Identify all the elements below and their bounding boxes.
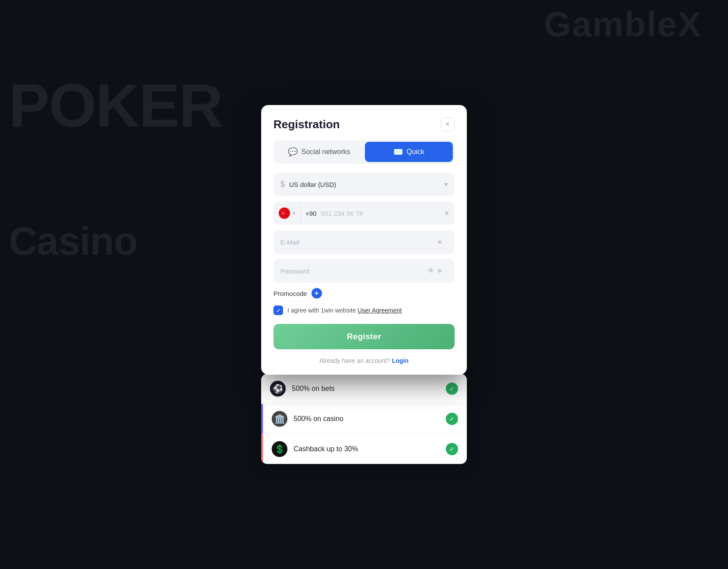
- currency-label: US dollar (USD): [289, 181, 336, 188]
- login-link[interactable]: Login: [392, 357, 409, 364]
- already-account-text: Already have an account?: [319, 357, 390, 364]
- add-promocode-button[interactable]: +: [312, 288, 322, 299]
- checkmark-icon: ✓: [276, 307, 281, 314]
- phone-placeholder: 501 234 56 78: [321, 210, 445, 217]
- casino-icon-bg: 🏛️: [272, 411, 287, 427]
- phone-required-dot: [445, 211, 448, 215]
- email-group: E-Mail: [273, 230, 455, 254]
- modal-header: Registration ×: [273, 117, 455, 131]
- check-icon-2: ✓: [449, 415, 455, 422]
- tab-social-networks[interactable]: 💬 Social networks: [275, 142, 363, 162]
- phone-field[interactable]: 🇹🇷 ▾ +90 501 234 56 78: [273, 201, 455, 225]
- bg-logo-text: GambleX: [544, 4, 702, 45]
- bonus-cashback-check: ✓: [446, 443, 458, 455]
- social-networks-icon: 💬: [288, 147, 298, 157]
- email-right: [438, 240, 448, 244]
- register-button[interactable]: Register: [273, 324, 455, 349]
- agreement-row: ✓ I agree with 1win website User Agreeme…: [273, 306, 455, 315]
- password-required-dot: [438, 269, 441, 273]
- phone-prefix: +90: [301, 210, 321, 217]
- registration-modal: Registration × 💬 Social networks ✉️ Quic…: [261, 105, 467, 375]
- cashback-icon-bg: 💲: [272, 441, 287, 457]
- password-group: Password 👁: [273, 259, 455, 283]
- password-right: 👁: [427, 267, 448, 275]
- dollar-icon: $: [280, 180, 285, 189]
- promocode-label: Promocode: [273, 290, 307, 297]
- modal-wrapper: Registration × 💬 Social networks ✉️ Quic…: [261, 105, 467, 464]
- chevron-down-icon: ▾: [444, 181, 448, 188]
- bg-casino-text: Casino: [9, 219, 137, 264]
- casino-icon: 🏛️: [274, 414, 285, 424]
- bg-numbers: 17: [9, 35, 96, 126]
- tab-quick[interactable]: ✉️ Quick: [365, 142, 453, 162]
- bonus-item-casino: 🏛️ 500% on casino ✓: [261, 404, 467, 434]
- bonus-item-cashback: 💲 Cashback up to 30% ✓: [261, 434, 467, 464]
- bonus-cashback-text: Cashback up to 30%: [294, 445, 440, 453]
- bonus-bets-text: 500% on bets: [292, 385, 440, 393]
- tab-container: 💬 Social networks ✉️ Quick: [273, 140, 455, 164]
- check-icon-3: ✓: [449, 446, 455, 453]
- bg-poker-text: POKER: [9, 70, 222, 141]
- bonus-casino-check: ✓: [446, 413, 458, 425]
- currency-select[interactable]: $ US dollar (USD) ▾: [273, 172, 455, 196]
- currency-select-left: $ US dollar (USD): [280, 180, 336, 189]
- password-placeholder: Password: [280, 267, 309, 275]
- soccer-icon-bg: ⚽: [270, 381, 286, 397]
- bonus-casino-text: 500% on casino: [294, 415, 440, 423]
- bonus-panel: ⚽ 500% on bets ✓ 🏛️ 500% on casino ✓ 💲 C…: [261, 374, 467, 464]
- password-field[interactable]: Password 👁: [273, 259, 455, 283]
- login-row: Already have an account? Login: [273, 357, 455, 364]
- currency-group: $ US dollar (USD) ▾: [273, 172, 455, 196]
- soccer-icon: ⚽: [273, 383, 284, 394]
- email-required-dot: [438, 240, 441, 244]
- check-icon: ✓: [449, 385, 455, 392]
- country-selector[interactable]: 🇹🇷 ▾: [273, 201, 301, 225]
- agreement-checkbox[interactable]: ✓: [273, 306, 283, 315]
- modal-title: Registration: [273, 118, 340, 131]
- bonus-bets-check: ✓: [446, 383, 458, 395]
- agreement-text: I agree with 1win website User Agreement: [287, 307, 402, 314]
- flag-chevron-icon: ▾: [293, 211, 295, 216]
- agreement-prefix: I agree with 1win website: [287, 307, 357, 314]
- quick-icon: ✉️: [393, 147, 403, 157]
- user-agreement-link[interactable]: User Agreement: [357, 307, 402, 314]
- close-button[interactable]: ×: [441, 117, 455, 131]
- phone-group: 🇹🇷 ▾ +90 501 234 56 78: [273, 201, 455, 225]
- bonus-item-bets: ⚽ 500% on bets ✓: [261, 374, 467, 404]
- promocode-row: Promocode +: [273, 288, 455, 299]
- eye-icon[interactable]: 👁: [427, 267, 434, 275]
- email-field[interactable]: E-Mail: [273, 230, 455, 254]
- email-placeholder: E-Mail: [280, 239, 299, 246]
- tab-quick-label: Quick: [406, 148, 424, 156]
- tab-social-label: Social networks: [301, 148, 350, 156]
- cashback-icon: 💲: [274, 444, 285, 454]
- turkey-flag: 🇹🇷: [279, 207, 290, 219]
